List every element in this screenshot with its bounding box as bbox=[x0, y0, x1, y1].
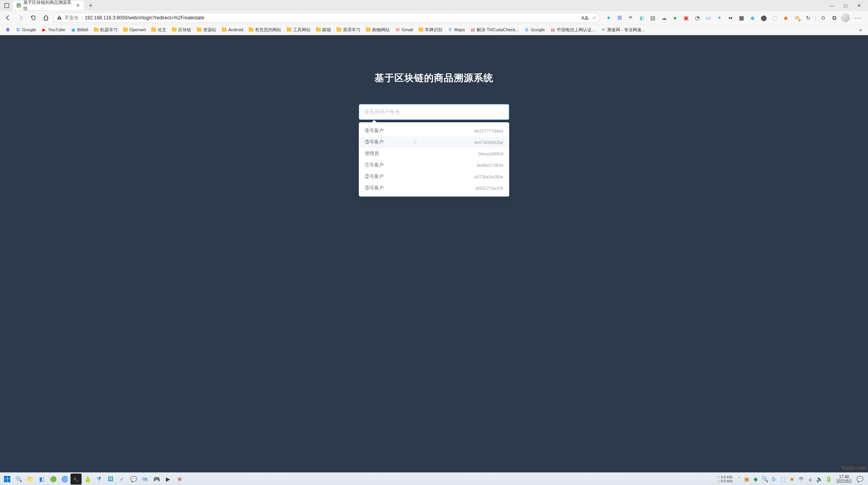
role-select[interactable]: 请选择用户角色 ⌃ bbox=[359, 104, 509, 120]
bookmark-item[interactable]: 邮箱 bbox=[314, 26, 333, 34]
ext-icon-17[interactable]: ◆ bbox=[782, 13, 790, 22]
bookmark-item[interactable]: 机器学习 bbox=[91, 26, 120, 34]
ext-icon-4[interactable]: ◐ bbox=[638, 13, 646, 22]
browser-menu-button[interactable]: ⋯ bbox=[852, 12, 863, 23]
tab-overview-button[interactable] bbox=[2, 1, 11, 10]
bookmark-item[interactable]: 资源站 bbox=[194, 26, 219, 34]
tab-close-button[interactable]: ✕ bbox=[76, 3, 80, 8]
bookmark-item[interactable]: 区块链 bbox=[169, 26, 194, 34]
role-dropdown-item[interactable]: ②号客户d4735e3a265e bbox=[359, 171, 509, 182]
bookmark-item[interactable]: ⚲Maps bbox=[445, 27, 467, 33]
bookmark-item[interactable]: 有意思的网站 bbox=[246, 26, 284, 34]
ext-icon-6[interactable]: ☁ bbox=[660, 13, 668, 22]
tray-ime[interactable]: 中 bbox=[798, 476, 805, 483]
tray-icon-5[interactable]: ⬚ bbox=[779, 476, 786, 483]
bookmark-label: Google bbox=[531, 27, 544, 32]
tray-chevron-icon[interactable]: ˄ bbox=[738, 476, 740, 481]
tray-icon-2[interactable]: ◆ bbox=[752, 476, 759, 483]
role-dropdown-item[interactable]: ⑤号客户ef2d127de37b bbox=[359, 182, 509, 194]
explorer-icon[interactable]: 📁 bbox=[25, 474, 36, 485]
address-bar[interactable]: 不安全 | 192.168.116.3:8000/web/#/login?red… bbox=[53, 13, 600, 23]
start-button[interactable] bbox=[2, 474, 13, 485]
nav-back-button[interactable] bbox=[2, 12, 13, 23]
nav-forward-button[interactable] bbox=[15, 12, 26, 23]
tray-icon-6[interactable]: ■ bbox=[788, 476, 796, 483]
role-dropdown-item[interactable]: ①号客户6b86b273ff34 bbox=[359, 159, 509, 171]
tray-volume-icon[interactable]: 🔈 bbox=[816, 476, 823, 483]
ext-icon-3[interactable]: ᴰᴵ bbox=[626, 13, 635, 22]
window-close-button[interactable]: ✕ bbox=[852, 0, 866, 11]
browser-chrome: 基于区块链的商品溯源系统 ✕ + — ▢ ✕ 不安全 | 192. bbox=[0, 0, 868, 35]
bookmark-item[interactable]: ▣Bilibili bbox=[69, 27, 91, 33]
bookmark-item[interactable]: B bbox=[3, 27, 13, 33]
ext-icon-12[interactable]: ▪▪ bbox=[726, 13, 735, 22]
wechat-icon[interactable]: 💬 bbox=[128, 474, 139, 485]
collections-icon[interactable]: ⧉ bbox=[830, 13, 839, 22]
tray-battery-icon[interactable]: 🔋 bbox=[825, 476, 832, 483]
app-icon-1[interactable]: ▦ bbox=[174, 474, 185, 485]
ext-icon-2[interactable]: ⌘ bbox=[615, 13, 624, 22]
search-button[interactable]: 🔍 bbox=[13, 474, 24, 485]
nav-home-button[interactable] bbox=[40, 12, 51, 23]
bookmark-item[interactable]: GGoogle bbox=[13, 27, 38, 33]
pear-icon[interactable]: 🍐 bbox=[82, 474, 93, 485]
bookmark-item[interactable]: ⟳测速网 - 专业网速... bbox=[598, 26, 647, 34]
favorite-star-icon[interactable]: ☆ bbox=[592, 15, 597, 21]
ext-icon-5[interactable]: ▤ bbox=[649, 13, 657, 22]
ext-icon-8[interactable]: ▣ bbox=[682, 13, 691, 22]
profile-avatar[interactable] bbox=[841, 13, 850, 22]
ext-icon-7[interactable]: ● bbox=[671, 13, 680, 22]
ext-icon-10[interactable]: ▭ bbox=[704, 13, 713, 22]
todo-icon[interactable]: ✓ bbox=[116, 474, 128, 485]
role-option-label: ④号客户 bbox=[365, 127, 384, 134]
window-maximize-button[interactable]: ▢ bbox=[839, 0, 852, 11]
bookmark-item[interactable]: 购物网站 bbox=[364, 26, 392, 34]
reader-mode-icon[interactable]: Aあ bbox=[581, 15, 589, 21]
ext-icon-1[interactable]: ✦ bbox=[604, 13, 613, 22]
terminal-icon[interactable]: >_ bbox=[70, 474, 82, 485]
tray-icon-1[interactable]: ▣ bbox=[743, 476, 750, 483]
media-icon[interactable]: ▶ bbox=[162, 474, 173, 485]
window-minimize-button[interactable]: — bbox=[825, 0, 839, 11]
notifications-icon[interactable]: 💬 bbox=[856, 474, 864, 485]
bookmark-item[interactable]: ▤解决 THCudaCheck... bbox=[468, 26, 521, 34]
chrome-icon[interactable]: 🟢 bbox=[48, 474, 59, 485]
new-tab-button[interactable]: + bbox=[86, 1, 95, 10]
edge-icon[interactable]: 🌀 bbox=[59, 474, 70, 485]
taskbar-clock[interactable]: 17:40 2022/5/1 bbox=[835, 475, 853, 483]
bookmark-item[interactable]: ▶YouTube bbox=[39, 27, 67, 33]
bookmark-item[interactable]: Android bbox=[219, 27, 246, 33]
tray-wifi-icon[interactable]: ⏚ bbox=[807, 476, 814, 483]
bookmark-item[interactable]: 车牌识别 bbox=[416, 26, 445, 34]
bookmark-item[interactable]: ▤中国电信上网认证... bbox=[548, 26, 598, 34]
ext-icon-18[interactable]: ⟳ bbox=[793, 13, 801, 22]
nav-reload-button[interactable] bbox=[28, 12, 39, 23]
bookmark-label: 英语学习 bbox=[343, 27, 360, 33]
role-dropdown-item[interactable]: 管理员5feceb66ffc8 bbox=[359, 148, 509, 159]
favorites-icon[interactable]: ✩ bbox=[819, 13, 828, 22]
ext-icon-14[interactable]: ◆ bbox=[748, 13, 757, 22]
role-dropdown-item[interactable]: ④号客户4b227777d4dd bbox=[359, 125, 509, 136]
ext-sync-icon[interactable]: ↻ bbox=[804, 13, 813, 22]
tray-icon-3[interactable]: 🔍 bbox=[761, 476, 768, 483]
bookmark-item[interactable]: GGoogle bbox=[522, 27, 547, 33]
bookmark-item[interactable]: 论文 bbox=[149, 26, 169, 34]
ext-icon-15[interactable]: ⬤ bbox=[760, 13, 768, 22]
bookmark-item[interactable]: 工具网站 bbox=[284, 26, 313, 34]
ext-icon-11[interactable]: ✦ bbox=[715, 13, 724, 22]
role-dropdown-item[interactable]: ③号客户☟4e07408562be bbox=[359, 136, 509, 148]
bookmark-item[interactable]: 英语学习 bbox=[334, 26, 363, 34]
ext-icon-16[interactable]: ◌ bbox=[771, 13, 779, 22]
xbox-icon[interactable]: 🎮 bbox=[151, 474, 162, 485]
bookmarks-overflow-button[interactable]: » bbox=[856, 25, 865, 34]
tray-icon-4[interactable]: b bbox=[770, 476, 777, 483]
msstore-icon[interactable]: 🛍 bbox=[139, 474, 150, 485]
ext-icon-13[interactable]: ▦ bbox=[737, 13, 746, 22]
browser-tab-active[interactable]: 基于区块链的商品溯源系统 ✕ bbox=[13, 1, 84, 10]
gallery-icon[interactable]: 🖼 bbox=[105, 474, 116, 485]
ext-icon-9[interactable]: ◔ bbox=[693, 13, 702, 22]
bookmark-item[interactable]: Openwrt bbox=[121, 27, 148, 33]
bookmark-item[interactable]: MGmail bbox=[393, 27, 415, 33]
vscode-icon[interactable]: ⧩ bbox=[93, 474, 105, 485]
edge-alt-icon[interactable]: ◧ bbox=[36, 474, 47, 485]
